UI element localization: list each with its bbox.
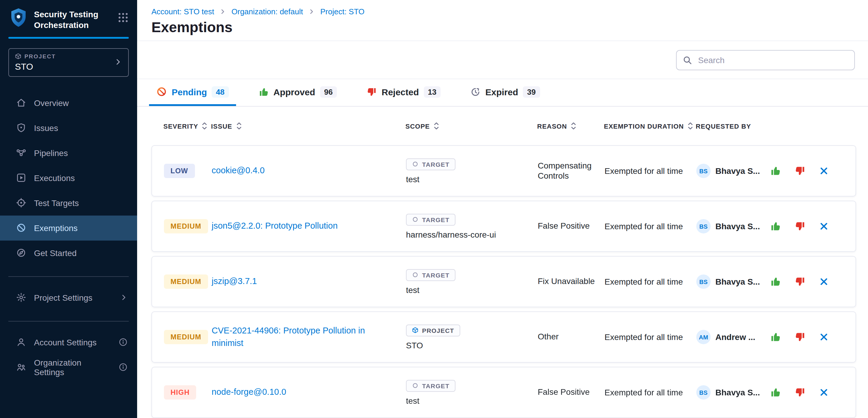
table-row: MEDIUM jszip@3.7.1 TARGET test Fix Unava… — [151, 256, 856, 307]
sidebar-item-label: Executions — [34, 173, 75, 183]
scope-type-label: TARGET — [422, 216, 450, 223]
sidebar-item-organization-settings[interactable]: Organization Settings — [0, 355, 137, 380]
tab-label: Rejected — [381, 87, 419, 97]
sidebar-item-get-started[interactable]: Get Started — [0, 241, 137, 266]
target-scope-icon — [412, 161, 418, 167]
exemption-duration-text: Exempted for all time — [604, 221, 696, 231]
requester-name: Bhavya S... — [715, 221, 760, 231]
scope-name: harness/harness-core-ui — [406, 230, 496, 239]
chevron-right-icon — [220, 8, 226, 15]
tab-count-badge: 48 — [212, 86, 228, 98]
sidebar-item-account-settings[interactable]: Account Settings — [0, 330, 137, 355]
search-input[interactable] — [697, 55, 848, 65]
reject-button[interactable] — [795, 332, 805, 342]
breadcrumb-account-link[interactable]: Account: STO test — [151, 7, 214, 16]
sidebar-item-label: Issues — [34, 123, 58, 133]
thumbs-up-icon — [258, 87, 269, 97]
page-header: Account: STO test Organization: default … — [137, 0, 868, 41]
app-title: Security Testing Orchestration — [34, 8, 110, 31]
column-header-label: REASON — [537, 123, 567, 130]
sidebar-item-executions[interactable]: Executions — [0, 166, 137, 190]
cancel-exemption-button[interactable] — [819, 221, 829, 231]
cancel-exemption-button[interactable] — [819, 277, 829, 286]
scope-name: test — [406, 174, 420, 184]
project-selector[interactable]: PROJECT STO — [8, 48, 129, 77]
approve-button[interactable] — [770, 276, 781, 287]
row-actions — [770, 221, 843, 232]
chevron-right-icon — [120, 294, 128, 302]
project-scope-icon — [412, 327, 418, 334]
tab-rejected[interactable]: Rejected 13 — [360, 79, 448, 106]
tab-expired[interactable]: Expired 39 — [463, 79, 547, 106]
column-header-label: SEVERITY — [163, 123, 198, 130]
reason-text: Fix Unavailable — [538, 277, 604, 287]
table-row: HIGH node-forge@0.10.0 TARGET test False… — [151, 367, 856, 418]
row-actions — [770, 332, 843, 342]
reject-button[interactable] — [795, 387, 805, 398]
severity-badge: HIGH — [164, 385, 196, 399]
scope-type-label: TARGET — [422, 271, 450, 278]
pipelines-icon — [16, 148, 26, 158]
issue-link[interactable]: node-forge@0.10.0 — [212, 386, 286, 398]
sidebar-item-pipelines[interactable]: Pipelines — [0, 141, 137, 166]
requested-by-cell: BS Bhavya S... — [696, 164, 770, 178]
thumbs-down-icon — [367, 87, 377, 97]
sidebar-item-project-settings[interactable]: Project Settings — [0, 285, 137, 310]
cancel-exemption-button[interactable] — [819, 388, 829, 397]
sidebar-item-issues[interactable]: Issues — [0, 115, 137, 141]
module-selector-grid-icon[interactable] — [116, 11, 130, 25]
sort-icon[interactable] — [236, 122, 242, 130]
sidebar-nav: Overview Issues Pipeline — [0, 91, 137, 266]
target-scope-icon — [412, 272, 418, 278]
cancel-exemption-button[interactable] — [819, 332, 829, 342]
approve-button[interactable] — [770, 387, 781, 398]
row-actions — [770, 387, 843, 398]
pending-icon — [156, 86, 167, 97]
sort-icon[interactable] — [202, 122, 208, 130]
breadcrumb-project-link[interactable]: Project: STO — [320, 7, 364, 16]
cancel-exemption-button[interactable] — [819, 166, 829, 176]
column-header-issue: ISSUE — [211, 122, 405, 130]
exemption-duration-text: Exempted for all time — [604, 277, 696, 286]
exemptions-icon — [16, 223, 26, 233]
search-icon — [683, 55, 692, 65]
sidebar-item-test-targets[interactable]: Test Targets — [0, 190, 137, 215]
issue-link[interactable]: jszip@3.7.1 — [212, 275, 257, 288]
sort-icon[interactable] — [570, 122, 577, 130]
breadcrumb-organization-link[interactable]: Organization: default — [231, 7, 303, 16]
tab-approved[interactable]: Approved 96 — [251, 79, 344, 106]
sort-icon[interactable] — [687, 122, 693, 130]
table-row: MEDIUM json5@2.2.0: Prototype Pollution … — [151, 201, 856, 252]
tab-label: Expired — [485, 87, 518, 97]
sidebar-item-exemptions[interactable]: Exemptions — [0, 215, 137, 241]
scope-type-label: TARGET — [422, 382, 450, 389]
reason-text: False Positive — [538, 387, 604, 398]
requested-by-cell: BS Bhavya S... — [696, 275, 770, 289]
reject-button[interactable] — [795, 276, 805, 287]
issue-link[interactable]: json5@2.2.0: Prototype Pollution — [212, 220, 338, 233]
reject-button[interactable] — [795, 166, 805, 176]
sidebar-item-label: Pipelines — [34, 148, 68, 158]
scope-type-label: TARGET — [422, 161, 450, 168]
account-icon — [16, 337, 26, 347]
column-header-label: ISSUE — [211, 123, 232, 130]
issue-link[interactable]: CVE-2021-44906: Prototype Pollution in m… — [212, 324, 383, 350]
approve-button[interactable] — [770, 166, 781, 176]
avatar: BS — [696, 164, 711, 178]
column-header-label: REQUESTED BY — [696, 123, 751, 130]
scope-name: test — [406, 396, 420, 405]
toolbar — [137, 41, 868, 79]
requester-name: Bhavya S... — [715, 388, 760, 397]
scope-type-pill: PROJECT — [406, 324, 460, 336]
column-header-exemption-duration: EXEMPTION DURATION — [604, 122, 696, 130]
approve-button[interactable] — [770, 332, 781, 342]
sidebar-item-overview[interactable]: Overview — [0, 91, 137, 115]
sidebar-item-label: Exemptions — [34, 223, 78, 233]
issue-link[interactable]: cookie@0.4.0 — [212, 165, 265, 177]
reason-text: False Positive — [538, 221, 604, 232]
sort-icon[interactable] — [433, 122, 439, 130]
reject-button[interactable] — [795, 221, 805, 232]
tab-pending[interactable]: Pending 48 — [149, 79, 236, 106]
sidebar-item-label: Test Targets — [34, 198, 79, 208]
approve-button[interactable] — [770, 221, 781, 232]
